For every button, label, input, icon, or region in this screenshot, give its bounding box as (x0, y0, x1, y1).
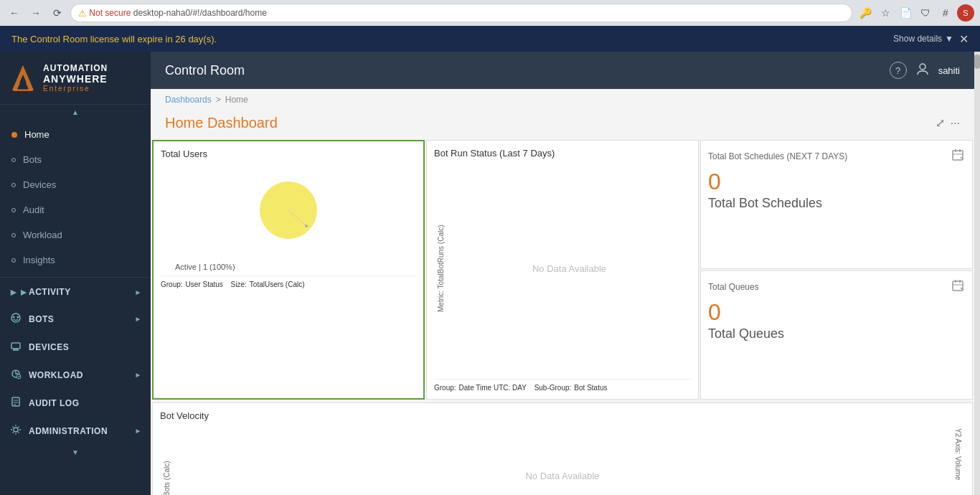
sidebar-item-devices-sub[interactable]: Devices (0, 172, 151, 197)
star-icon[interactable]: ☆ (877, 4, 894, 22)
sidebar-item-workload-sub[interactable]: Workload (0, 222, 151, 248)
sidebar-item-label: Audit (23, 204, 44, 215)
footer-group-label: Group: (161, 280, 183, 288)
sidebar-item-insights-sub[interactable]: Insights (0, 248, 151, 273)
logo-icon (9, 64, 37, 93)
section-label: DEVICES (29, 342, 69, 352)
bot-run-footer: Group: Date Time UTC: DAY Sub-Group: Bot… (434, 379, 691, 392)
browser-bar: ← → ⟳ ⚠ Not secure desktop-naha0/#!/dash… (0, 0, 980, 26)
svg-point-16 (920, 64, 925, 70)
logo-text: AUTOMATION ANYWHERE Enterprise (43, 63, 108, 93)
address-text: desktop-naha0/#!/dashboard/home (133, 8, 267, 18)
sidebar-item-audit-sub[interactable]: Audit (0, 197, 151, 222)
chart-area: Metric: TotalBotRuns (Calc) No Data Avai… (434, 163, 691, 374)
pdf-icon[interactable]: 📄 (897, 4, 914, 22)
sidebar-scroll-down[interactable]: ▼ (0, 445, 151, 459)
section-label: ACTIVITY (29, 287, 71, 297)
close-banner-button[interactable]: ✕ (959, 32, 969, 46)
queues-title: Total Queues (708, 282, 759, 292)
total-users-title: Total Users (161, 148, 416, 159)
chevron-down-icon: ▼ (945, 34, 953, 44)
footer-subgroup-value: Bot Status (574, 384, 607, 392)
velocity-y-axis: x6: TotalBots (Calc) (160, 425, 174, 495)
address-bar[interactable]: ⚠ Not secure desktop-naha0/#!/dashboard/… (70, 4, 852, 22)
sidebar-item-home[interactable]: Home (0, 122, 151, 147)
chevron-right-icon: ► (135, 427, 142, 435)
browser-icons: 🔑 ☆ 📄 🛡 # S (857, 4, 974, 22)
svg-point-10 (17, 374, 21, 379)
footer-size-value: TotalUsers (Calc) (250, 280, 305, 288)
bot-run-status-widget: Bot Run Status (Last 7 Days) Metric: Tot… (426, 140, 699, 400)
section-label: WORKLOAD (29, 370, 83, 380)
show-details-link[interactable]: Show details ▼ (893, 34, 953, 44)
header-icons: ? sahiti (890, 62, 960, 79)
sidebar-item-bots[interactable]: Bots (0, 147, 151, 172)
y-axis-label: Metric: TotalBotRuns (Calc) (434, 163, 448, 374)
schedules-count: 0 (708, 170, 965, 193)
inactive-dot (11, 233, 16, 237)
activity-icon: ►► (9, 286, 23, 298)
divider-1 (0, 277, 151, 278)
scrollbar-thumb[interactable] (974, 55, 980, 69)
chevron-right-icon: ► (135, 371, 142, 379)
queues-icon (951, 278, 965, 295)
inactive-dot (11, 208, 16, 212)
pie-chart (161, 164, 416, 257)
active-label: Active | 1 (100%) (161, 263, 416, 271)
svg-rect-25 (953, 281, 963, 291)
shield-icon[interactable]: 🛡 (917, 4, 934, 22)
sidebar-item-administration[interactable]: ADMINISTRATION ► (0, 417, 151, 445)
expand-icon[interactable]: ⤢ (936, 116, 945, 130)
forward-button[interactable]: → (27, 4, 44, 22)
breadcrumb-separator: > (216, 95, 221, 105)
footer-group-value: Date Time UTC: DAY (459, 384, 527, 392)
more-options-icon[interactable]: ··· (951, 117, 960, 130)
banner-message: The Control Room license will expire in … (11, 34, 217, 44)
logo-area: AUTOMATION ANYWHERE Enterprise (0, 52, 151, 105)
svg-point-15 (14, 428, 18, 432)
sidebar-item-audit-log[interactable]: AUDIT LOG (0, 389, 151, 417)
inactive-dot (11, 158, 16, 162)
svg-point-4 (13, 316, 15, 319)
back-button[interactable]: ← (6, 4, 23, 22)
schedules-icon (951, 148, 965, 164)
svg-point-3 (11, 314, 20, 322)
right-column: Total Bot Schedules (NEXT 7 DAYS) (700, 140, 973, 400)
breadcrumb-dashboards[interactable]: Dashboards (165, 95, 212, 105)
bot-velocity-widget: Bot Velocity x6: TotalBots (Calc) No Dat… (152, 402, 973, 495)
breadcrumb: Dashboards > Home (151, 89, 974, 110)
schedules-header: Total Bot Schedules (NEXT 7 DAYS) (708, 148, 965, 164)
sidebar-item-activity[interactable]: ►► ACTIVITY ► (0, 279, 151, 305)
dashboard-header: Home Dashboard ⤢ ··· (151, 110, 974, 138)
banner-right: Show details ▼ ✕ (893, 32, 969, 46)
grid-icon[interactable]: # (937, 4, 954, 22)
sidebar-item-workload[interactable]: WORKLOAD ► (0, 361, 151, 389)
sidebar: AUTOMATION ANYWHERE Enterprise ▲ Home Bo… (0, 52, 151, 495)
profile-avatar[interactable]: S (957, 4, 974, 22)
user-icon[interactable] (915, 62, 930, 79)
total-bot-schedules-widget: Total Bot Schedules (NEXT 7 DAYS) (700, 140, 973, 269)
velocity-chart: x6: TotalBots (Calc) No Data Available Y… (160, 425, 965, 495)
not-secure-label: Not secure (89, 8, 131, 18)
velocity-title: Bot Velocity (160, 410, 965, 421)
footer-size-label: Size: (231, 280, 247, 288)
scrollbar[interactable] (974, 52, 980, 495)
sidebar-item-bots[interactable]: BOTS ► (0, 305, 151, 333)
inactive-dot (11, 258, 16, 263)
content-area: Dashboards > Home Home Dashboard ⤢ ··· T… (151, 89, 974, 495)
velocity-no-data: No Data Available (174, 425, 951, 495)
chevron-right-icon: ► (135, 315, 142, 323)
velocity-y2-axis: Y2 Axis: Volume (951, 425, 965, 495)
key-icon[interactable]: 🔑 (857, 4, 874, 22)
dashboard-actions: ⤢ ··· (936, 116, 960, 130)
nav-section-top: Home Bots Devices Audit Workload Insight… (0, 119, 151, 275)
reload-button[interactable]: ⟳ (49, 4, 66, 22)
total-users-widget: Total Users Active | 1 (100%) (152, 140, 425, 400)
sidebar-item-devices[interactable]: DEVICES (0, 333, 151, 361)
section-label: AUDIT LOG (29, 398, 80, 408)
sidebar-scroll-up[interactable]: ▲ (0, 105, 151, 119)
license-banner: The Control Room license will expire in … (0, 26, 980, 52)
breadcrumb-home: Home (225, 95, 248, 105)
svg-point-5 (17, 316, 19, 319)
help-icon[interactable]: ? (890, 62, 907, 79)
